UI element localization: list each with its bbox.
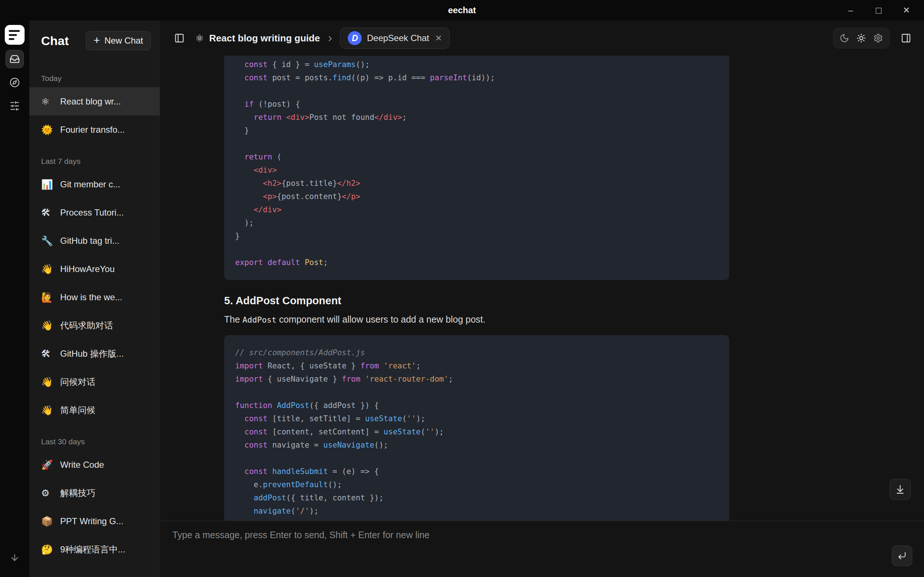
inline-code: AddPost [242, 315, 276, 324]
chat-list-item[interactable]: 🙋How is the we... [29, 283, 160, 311]
model-tab[interactable]: D DeepSeek Chat ✕ [340, 27, 450, 49]
chat-item-label: React blog wr... [60, 97, 121, 107]
text-run: The [224, 314, 242, 324]
code-line: import { useNavigate } from 'react-route… [235, 372, 718, 386]
code-line: export default Post; [235, 256, 718, 269]
close-model-tab-icon[interactable]: ✕ [435, 33, 442, 43]
chat-list-item[interactable]: 🔧GitHub tag tri... [29, 227, 160, 255]
chat-list-item[interactable]: 🚀Write Code [29, 451, 160, 479]
chat-item-emoji-icon: 🌞 [41, 124, 54, 135]
nav-chat-button[interactable] [5, 50, 24, 68]
chat-item-label: Write Code [60, 460, 104, 470]
toggle-right-panel-button[interactable] [898, 30, 914, 47]
chat-list-item[interactable]: ⚙解耦技巧 [29, 479, 160, 507]
chat-item-emoji-icon: 👋 [41, 405, 54, 416]
window-title: eechat [448, 5, 476, 15]
send-button[interactable] [892, 545, 912, 566]
inbox-icon [10, 54, 20, 64]
composer [160, 521, 924, 577]
maximize-button[interactable]: □ [864, 0, 892, 21]
nav-discover-button[interactable] [5, 73, 24, 92]
code-line: const [title, setTitle] = useState(''); [235, 412, 718, 425]
chat-list-item[interactable]: 📦PPT Writing G... [29, 507, 160, 535]
chat-item-emoji-icon: 🙋 [41, 292, 54, 303]
theme-light-button[interactable] [853, 30, 869, 46]
close-button[interactable]: ✕ [892, 0, 920, 21]
chat-title-text: React blog writing guide [209, 32, 320, 44]
code-line [235, 451, 718, 465]
scroll-to-bottom-button[interactable] [890, 479, 911, 500]
code-line: function AddPost({ addPost }) { [235, 399, 718, 412]
minimize-icon: – [848, 6, 853, 15]
moon-icon [840, 33, 849, 43]
code-block-post-component: const { id } = useParams(); const post =… [224, 56, 729, 280]
text-run: component will allow users to add a new … [276, 314, 486, 324]
chat-list-item[interactable]: 🛠Process Tutori... [29, 198, 160, 227]
chat-item-emoji-icon: 🛠 [41, 207, 54, 218]
chat-list-item[interactable]: ⚛React blog wr... [29, 87, 160, 116]
message-paragraph: The AddPost component will allow users t… [224, 314, 729, 325]
code-line: </div> [235, 203, 718, 216]
chat-item-label: PPT Writing G... [60, 516, 124, 526]
chat-messages-scroll-area[interactable]: const { id } = useParams(); const post =… [160, 56, 924, 521]
chat-list-item[interactable]: 👋代码求助对话 [29, 311, 160, 340]
chat-item-label: Process Tutori... [60, 208, 124, 218]
chat-item-emoji-icon: 🤔 [41, 544, 54, 555]
sidebar-header: Chat + New Chat [29, 21, 160, 61]
scroll-to-bottom-icon [895, 484, 905, 495]
chat-list-item[interactable]: 👋问候对话 [29, 367, 160, 396]
rail-scroll-down-button[interactable] [5, 548, 24, 567]
chat-item-emoji-icon: 🛠 [41, 348, 54, 359]
code-line [235, 137, 718, 150]
section-label: Last 30 days [29, 424, 160, 451]
chat-title-emoji-icon: ⚛ [195, 32, 204, 44]
theme-dark-button[interactable] [836, 30, 853, 46]
sidebar-title: Chat [41, 34, 69, 48]
theme-switcher [833, 28, 890, 48]
header-right [833, 28, 914, 48]
chat-item-emoji-icon: 🚀 [41, 459, 54, 470]
panel-left-icon [174, 33, 184, 43]
chat-list-item[interactable]: 👋HiHowAreYou [29, 255, 160, 283]
send-icon [897, 551, 907, 561]
new-chat-label: New Chat [105, 35, 143, 46]
app-body: Chat + New Chat Today⚛React blog wr...🌞F… [0, 21, 924, 577]
plus-icon: + [94, 35, 100, 46]
icon-rail [0, 21, 29, 577]
minimize-button[interactable]: – [837, 0, 864, 21]
app-logo[interactable] [5, 25, 24, 45]
code-line: if (!post) { [235, 98, 718, 111]
code-line: const navigate = useNavigate(); [235, 438, 718, 451]
chat-item-label: How is the we... [60, 292, 122, 303]
code-block-addpost-component: // src/components/AddPost.jsimport React… [224, 335, 729, 521]
chat-item-label: GitHub 操作版... [60, 348, 124, 359]
code-line: return <div>Post not found</div>; [235, 111, 718, 124]
chat-item-emoji-icon: 👋 [41, 264, 54, 274]
code-line: <p>{post.content}</p> [235, 190, 718, 203]
window-controls: – □ ✕ [837, 0, 920, 21]
new-chat-button[interactable]: + New Chat [86, 31, 151, 50]
chat-list-item[interactable]: 🤔9种编程语言中... [29, 535, 160, 563]
nav-settings-button[interactable] [5, 97, 24, 115]
chat-item-label: 问候对话 [60, 376, 95, 388]
chat-list-item[interactable]: 👋简单问候 [29, 396, 160, 424]
code-line: navigate('/'); [235, 504, 718, 517]
chat-list-item[interactable]: 📊Git member c... [29, 170, 160, 198]
app-window: eechat – □ ✕ Chat [0, 0, 924, 577]
code-line: return ( [235, 150, 718, 163]
code-line: const [content, setContent] = useState('… [235, 425, 718, 438]
section-label: Today [29, 61, 160, 87]
chat-list-item[interactable]: 🌞Fourier transfo... [29, 116, 160, 144]
main-header: ⚛ React blog writing guide › D DeepSeek … [160, 21, 924, 56]
chat-item-emoji-icon: 📊 [41, 179, 54, 190]
chat-list-item[interactable]: 🛠GitHub 操作版... [29, 340, 160, 367]
header-left: ⚛ React blog writing guide › D DeepSeek … [171, 27, 450, 49]
chat-item-emoji-icon: 🔧 [41, 235, 54, 247]
theme-settings-button[interactable] [870, 30, 886, 46]
chat-item-emoji-icon: 👋 [41, 377, 54, 387]
chat-list: Today⚛React blog wr...🌞Fourier transfo..… [29, 61, 160, 577]
chat-item-label: 解耦技巧 [60, 487, 95, 499]
message-input[interactable] [160, 521, 873, 577]
toggle-sidebar-button[interactable] [171, 30, 188, 47]
code-line: ); [235, 216, 718, 229]
